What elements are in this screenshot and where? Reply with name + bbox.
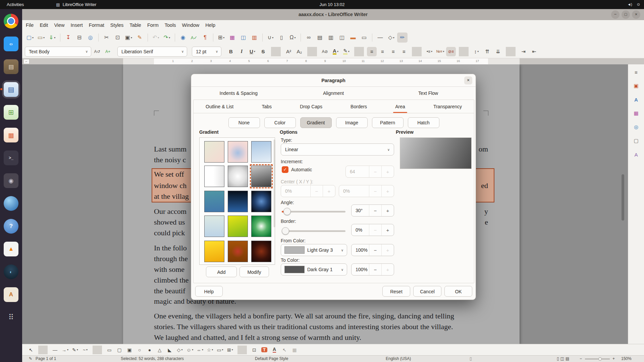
toolbar-button[interactable] xyxy=(98,34,99,42)
dialog-close-button[interactable]: × xyxy=(464,76,472,84)
dropdown-arrow-icon[interactable]: ▾ xyxy=(202,348,203,351)
to-color-select[interactable]: Dark Gray 1 ∨ xyxy=(281,263,347,276)
find-replace-button[interactable]: ◉ xyxy=(178,33,188,43)
zoom-out-icon[interactable]: − xyxy=(580,356,582,362)
show-applications-button[interactable]: ⠿ xyxy=(4,310,18,325)
decrease-button[interactable]: − xyxy=(369,185,381,197)
new-document-button[interactable]: ▢ ▾ xyxy=(25,33,35,43)
track-changes-button[interactable]: ▭ xyxy=(359,33,369,43)
dropdown-arrow-icon[interactable]: ▾ xyxy=(77,348,78,351)
dropdown-arrow-icon[interactable]: ▾ xyxy=(131,36,132,39)
print-button[interactable]: ⊟ xyxy=(74,33,85,43)
dropdown-arrow-icon[interactable]: ▾ xyxy=(348,50,350,53)
menu-item[interactable]: Form xyxy=(144,22,162,28)
border-slider[interactable] xyxy=(282,227,345,235)
tab-area[interactable]: Area xyxy=(392,100,409,113)
add-button[interactable]: Add xyxy=(206,266,237,277)
increase-button[interactable]: + xyxy=(381,224,394,236)
draw-tool-button[interactable] xyxy=(93,346,102,354)
gradient-swatch-present[interactable] xyxy=(228,241,248,262)
slider-handle[interactable] xyxy=(282,227,289,235)
dropdown-arrow-icon[interactable]: ▾ xyxy=(67,348,68,351)
dropdown-arrow-icon[interactable]: ▾ xyxy=(32,36,34,39)
dropdown-arrow-icon[interactable]: ▾ xyxy=(169,36,170,39)
minimize-button[interactable]: − xyxy=(611,10,620,19)
vertical-scrollbar-thumb[interactable] xyxy=(622,174,624,221)
paragraph-style-selector[interactable]: Text Body ∨ xyxy=(25,47,91,57)
dropdown-arrow-icon[interactable]: ▾ xyxy=(294,36,296,39)
dropdown-arrow-icon[interactable]: ▾ xyxy=(212,348,213,351)
reset-button[interactable]: Reset xyxy=(382,286,410,297)
format-button[interactable] xyxy=(506,47,516,56)
sidebar-styles-icon[interactable]: A xyxy=(632,95,641,104)
insert-image-button[interactable]: ▦ xyxy=(227,33,237,43)
sidebar-navigator-icon[interactable]: ◎ xyxy=(632,123,641,131)
spelling-button[interactable]: A✓ xyxy=(189,33,199,43)
increase-button[interactable]: + xyxy=(381,185,394,197)
fontwork-tool[interactable]: A xyxy=(270,346,279,354)
formatting-marks-button[interactable]: ¶ xyxy=(200,33,210,43)
menu-item[interactable]: Table xyxy=(126,22,144,28)
maximize-button[interactable]: ▢ xyxy=(622,10,630,19)
dialog-tab[interactable]: Text Flow xyxy=(381,87,476,99)
bullet-list-button[interactable]: •≡ ▾ xyxy=(425,47,434,56)
cancel-button[interactable]: Cancel xyxy=(413,286,441,297)
tab-drop-caps[interactable]: Drop Caps xyxy=(297,100,326,113)
dropdown-arrow-icon[interactable]: ▾ xyxy=(223,36,224,39)
dropdown-arrow-icon[interactable]: ▾ xyxy=(272,36,273,39)
toolbar-button[interactable] xyxy=(60,34,60,42)
insert-line-tool[interactable]: — xyxy=(50,346,60,354)
dock-files[interactable]: ▤ xyxy=(4,59,18,74)
save-button[interactable]: ⇓ ▾ xyxy=(47,33,57,43)
increase-button[interactable]: + xyxy=(323,185,335,197)
gradient-swatch-deep-ocean[interactable] xyxy=(251,191,271,212)
menu-item[interactable]: Insert xyxy=(68,22,86,28)
stars-banners-tool[interactable]: ☆ ▾ xyxy=(205,346,215,354)
edit-mode-icon[interactable]: ✎ xyxy=(29,356,32,362)
from-color-select[interactable]: Light Gray 3 ∨ xyxy=(281,244,347,256)
dropdown-arrow-icon[interactable]: ▾ xyxy=(54,36,55,39)
word-count[interactable]: Selected: 52 words, 288 characters xyxy=(121,356,184,362)
block-arrows-tool[interactable]: ⇔ ▾ xyxy=(195,346,205,354)
dock-libreoffice-writer[interactable]: ▤ xyxy=(4,82,18,97)
dropdown-arrow-icon[interactable]: ▾ xyxy=(222,348,223,351)
gradient-swatch-pastel-dream[interactable] xyxy=(228,141,248,163)
dock-software[interactable]: A xyxy=(4,287,18,302)
insert-table-button[interactable]: ⊞ ▾ xyxy=(216,33,226,43)
format-button[interactable] xyxy=(459,47,469,56)
menu-item[interactable]: View xyxy=(51,22,67,28)
dropdown-arrow-icon[interactable]: ▾ xyxy=(158,36,159,39)
dock-cheese[interactable]: ◉ xyxy=(4,173,18,188)
border-spinner[interactable]: 0% − + xyxy=(351,224,394,236)
zoom-slider-handle[interactable] xyxy=(598,357,602,361)
superscript-button[interactable]: A² xyxy=(284,47,293,56)
decrease-paragraph-spacing-button[interactable]: ⇊ xyxy=(493,47,503,56)
insert-hyperlink-button[interactable]: ∞ xyxy=(304,33,314,43)
menu-item[interactable]: File xyxy=(23,22,37,28)
angle-spinner[interactable]: 30° − + xyxy=(351,204,394,217)
increase-button[interactable]: + xyxy=(381,205,394,216)
draw-tool-button[interactable] xyxy=(38,346,48,354)
cut-button[interactable]: ✂ xyxy=(101,33,112,43)
gradient-swatch-spotted-gray[interactable] xyxy=(228,166,248,187)
fill-gradient-button[interactable]: Gradient xyxy=(300,117,332,128)
toolbar-button[interactable] xyxy=(301,34,301,42)
dock-chrome[interactable] xyxy=(4,14,18,28)
insert-page-break-button[interactable]: ▥ xyxy=(249,33,260,43)
automatic-checkbox[interactable]: ✓ xyxy=(282,166,288,173)
fill-color-button[interactable]: Color xyxy=(264,117,296,128)
menu-item[interactable]: Help xyxy=(202,22,218,28)
dock-terminal[interactable]: >_ xyxy=(4,150,18,165)
callouts-tool[interactable]: ▭ ▾ xyxy=(215,346,225,354)
format-button[interactable] xyxy=(412,47,422,56)
decrease-button[interactable]: − xyxy=(369,244,381,256)
insert-special-character-button[interactable]: Ω ▾ xyxy=(287,33,298,43)
align-center-button[interactable]: ≡ xyxy=(378,47,387,56)
slider-handle[interactable] xyxy=(283,208,291,215)
sidebar-style-inspector-icon[interactable]: A xyxy=(632,150,641,159)
dock-libreoffice-calc[interactable]: ⊞ xyxy=(4,105,18,120)
to-opacity-spinner[interactable]: 100% − + xyxy=(351,263,394,276)
insert-cross-reference-button[interactable]: ◫ xyxy=(337,33,347,43)
paste-button[interactable]: ▣ ▾ xyxy=(123,33,134,43)
toolbar-button[interactable] xyxy=(175,34,175,42)
